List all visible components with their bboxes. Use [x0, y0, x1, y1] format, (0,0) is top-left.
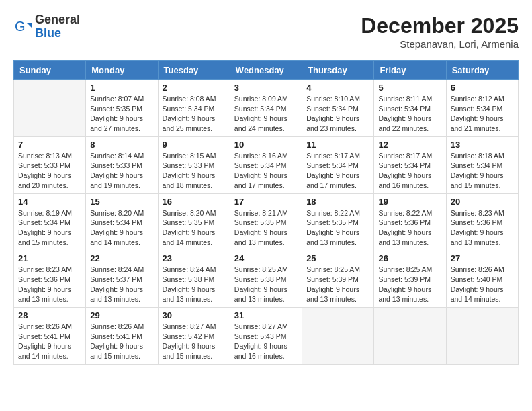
day-cell-18: 17Sunrise: 8:21 AMSunset: 5:35 PMDayligh… [230, 193, 302, 250]
day-cell-21: 20Sunrise: 8:23 AMSunset: 5:36 PMDayligh… [446, 193, 518, 250]
day-info: Sunrise: 8:09 AMSunset: 5:34 PMDaylight:… [234, 94, 298, 134]
day-info: Sunrise: 8:23 AMSunset: 5:36 PMDaylight:… [18, 265, 81, 304]
day-info: Sunrise: 8:22 AMSunset: 5:35 PMDaylight:… [306, 208, 369, 248]
day-number: 15 [90, 197, 153, 207]
day-cell-17: 16Sunrise: 8:20 AMSunset: 5:35 PMDayligh… [158, 193, 230, 250]
day-number: 16 [163, 197, 226, 207]
day-cell-12: 11Sunrise: 8:17 AMSunset: 5:34 PMDayligh… [302, 136, 374, 193]
day-number: 3 [234, 83, 298, 93]
week-row-2: 7Sunrise: 8:13 AMSunset: 5:33 PMDaylight… [14, 136, 519, 193]
logo-icon: G [13, 17, 32, 36]
day-number: 28 [18, 310, 81, 320]
day-info: Sunrise: 8:20 AMSunset: 5:34 PMDaylight:… [90, 208, 153, 248]
day-number: 27 [451, 253, 514, 263]
day-cell-9: 8Sunrise: 8:14 AMSunset: 5:33 PMDaylight… [86, 136, 158, 193]
day-number: 14 [18, 197, 81, 207]
header-monday: Monday [86, 61, 158, 80]
day-number: 11 [306, 140, 369, 150]
day-info: Sunrise: 8:22 AMSunset: 5:36 PMDaylight:… [378, 208, 441, 248]
day-cell-5: 4Sunrise: 8:10 AMSunset: 5:34 PMDaylight… [302, 80, 374, 137]
day-cell-19: 18Sunrise: 8:22 AMSunset: 5:35 PMDayligh… [302, 193, 374, 250]
day-info: Sunrise: 8:26 AMSunset: 5:41 PMDaylight:… [90, 322, 153, 361]
day-number: 13 [451, 140, 514, 150]
day-cell-7: 6Sunrise: 8:12 AMSunset: 5:34 PMDaylight… [446, 80, 518, 137]
day-number: 25 [306, 253, 369, 263]
logo-blue-text: Blue [35, 27, 80, 40]
svg-text:G: G [15, 19, 26, 34]
day-info: Sunrise: 8:24 AMSunset: 5:37 PMDaylight:… [90, 265, 153, 304]
day-cell-35 [446, 308, 518, 365]
day-cell-32: 31Sunrise: 8:27 AMSunset: 5:43 PMDayligh… [230, 308, 302, 365]
day-cell-15: 14Sunrise: 8:19 AMSunset: 5:34 PMDayligh… [14, 193, 86, 250]
week-row-3: 14Sunrise: 8:19 AMSunset: 5:34 PMDayligh… [14, 193, 519, 250]
day-cell-31: 30Sunrise: 8:27 AMSunset: 5:42 PMDayligh… [158, 308, 230, 365]
day-cell-22: 21Sunrise: 8:23 AMSunset: 5:36 PMDayligh… [14, 250, 86, 308]
day-info: Sunrise: 8:16 AMSunset: 5:34 PMDaylight:… [234, 151, 298, 191]
day-cell-4: 3Sunrise: 8:09 AMSunset: 5:34 PMDaylight… [230, 80, 302, 137]
day-cell-6: 5Sunrise: 8:11 AMSunset: 5:34 PMDaylight… [374, 80, 446, 137]
day-cell-28: 27Sunrise: 8:26 AMSunset: 5:40 PMDayligh… [446, 250, 518, 308]
day-cell-30: 29Sunrise: 8:26 AMSunset: 5:41 PMDayligh… [86, 308, 158, 365]
day-cell-27: 26Sunrise: 8:25 AMSunset: 5:39 PMDayligh… [374, 250, 446, 308]
day-info: Sunrise: 8:12 AMSunset: 5:34 PMDaylight:… [451, 94, 514, 134]
day-cell-23: 22Sunrise: 8:24 AMSunset: 5:37 PMDayligh… [86, 250, 158, 308]
day-info: Sunrise: 8:19 AMSunset: 5:34 PMDaylight:… [18, 208, 81, 248]
day-info: Sunrise: 8:27 AMSunset: 5:42 PMDaylight:… [163, 322, 226, 361]
day-number: 6 [451, 83, 514, 93]
header-thursday: Thursday [302, 61, 374, 80]
calendar-table: Sunday Monday Tuesday Wednesday Thursday… [13, 60, 519, 365]
day-cell-2: 1Sunrise: 8:07 AMSunset: 5:35 PMDaylight… [86, 80, 158, 137]
day-info: Sunrise: 8:18 AMSunset: 5:34 PMDaylight:… [451, 151, 514, 191]
day-info: Sunrise: 8:26 AMSunset: 5:41 PMDaylight:… [18, 322, 81, 361]
day-info: Sunrise: 8:26 AMSunset: 5:40 PMDaylight:… [451, 265, 514, 304]
day-number: 31 [234, 310, 298, 320]
day-number: 2 [163, 83, 226, 93]
day-info: Sunrise: 8:23 AMSunset: 5:36 PMDaylight:… [451, 208, 514, 248]
day-number: 1 [90, 83, 153, 93]
day-cell-34 [374, 308, 446, 365]
week-row-1: 1Sunrise: 8:07 AMSunset: 5:35 PMDaylight… [14, 80, 519, 137]
header-tuesday: Tuesday [158, 61, 230, 80]
logo-general-text: General [35, 13, 80, 27]
day-number: 18 [306, 197, 369, 207]
page-header: G General Blue December 2025 Stepanavan,… [13, 13, 519, 50]
day-cell-10: 9Sunrise: 8:15 AMSunset: 5:33 PMDaylight… [158, 136, 230, 193]
weekday-header-row: Sunday Monday Tuesday Wednesday Thursday… [14, 61, 519, 80]
day-info: Sunrise: 8:08 AMSunset: 5:34 PMDaylight:… [163, 94, 226, 134]
location-subtitle: Stepanavan, Lori, Armenia [361, 38, 519, 50]
day-info: Sunrise: 8:07 AMSunset: 5:35 PMDaylight:… [90, 94, 153, 134]
day-cell-16: 15Sunrise: 8:20 AMSunset: 5:34 PMDayligh… [86, 193, 158, 250]
header-sunday: Sunday [14, 61, 86, 80]
day-info: Sunrise: 8:14 AMSunset: 5:33 PMDaylight:… [90, 151, 153, 191]
day-info: Sunrise: 8:21 AMSunset: 5:35 PMDaylight:… [234, 208, 298, 248]
title-block: December 2025 Stepanavan, Lori, Armenia [361, 13, 519, 50]
day-cell-20: 19Sunrise: 8:22 AMSunset: 5:36 PMDayligh… [374, 193, 446, 250]
header-friday: Friday [374, 61, 446, 80]
day-info: Sunrise: 8:27 AMSunset: 5:43 PMDaylight:… [234, 322, 298, 361]
day-cell-1 [14, 80, 86, 137]
day-cell-26: 25Sunrise: 8:25 AMSunset: 5:39 PMDayligh… [302, 250, 374, 308]
day-number: 10 [234, 140, 298, 150]
day-cell-24: 23Sunrise: 8:24 AMSunset: 5:38 PMDayligh… [158, 250, 230, 308]
logo: G General Blue [13, 13, 80, 40]
day-number: 20 [451, 197, 514, 207]
day-number: 21 [18, 253, 81, 263]
day-number: 29 [90, 310, 153, 320]
header-wednesday: Wednesday [230, 61, 302, 80]
day-info: Sunrise: 8:25 AMSunset: 5:39 PMDaylight:… [306, 265, 369, 304]
day-info: Sunrise: 8:17 AMSunset: 5:34 PMDaylight:… [378, 151, 441, 191]
day-cell-33 [302, 308, 374, 365]
day-info: Sunrise: 8:11 AMSunset: 5:34 PMDaylight:… [378, 94, 441, 134]
day-number: 19 [378, 197, 441, 207]
day-cell-8: 7Sunrise: 8:13 AMSunset: 5:33 PMDaylight… [14, 136, 86, 193]
day-number: 4 [306, 83, 369, 93]
day-info: Sunrise: 8:15 AMSunset: 5:33 PMDaylight:… [163, 151, 226, 191]
day-number: 9 [163, 140, 226, 150]
day-info: Sunrise: 8:24 AMSunset: 5:38 PMDaylight:… [163, 265, 226, 304]
day-info: Sunrise: 8:13 AMSunset: 5:33 PMDaylight:… [18, 151, 81, 191]
day-number: 8 [90, 140, 153, 150]
day-cell-25: 24Sunrise: 8:25 AMSunset: 5:38 PMDayligh… [230, 250, 302, 308]
day-cell-29: 28Sunrise: 8:26 AMSunset: 5:41 PMDayligh… [14, 308, 86, 365]
day-number: 26 [378, 253, 441, 263]
day-cell-11: 10Sunrise: 8:16 AMSunset: 5:34 PMDayligh… [230, 136, 302, 193]
